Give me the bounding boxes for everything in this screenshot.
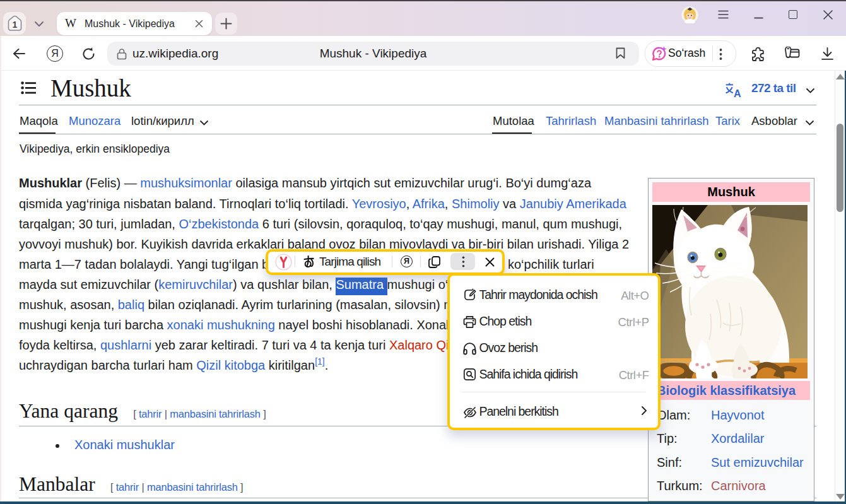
svg-text:A: A bbox=[734, 88, 741, 98]
